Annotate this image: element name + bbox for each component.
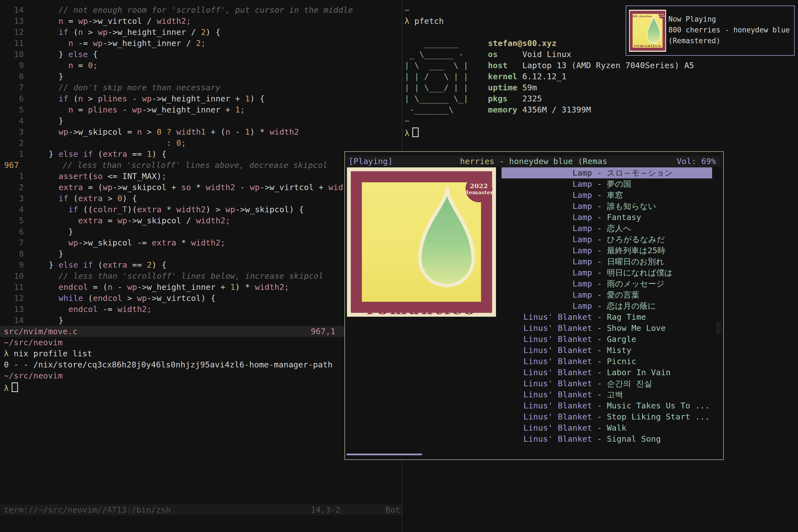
artist-title-separator: - [592,201,607,212]
line-number: 4 [0,115,24,126]
terminal-line: ~/src/neovim [4,370,333,381]
line-number: 8 [0,71,24,82]
artist-title-separator: - [592,323,607,334]
playlist-item[interactable]: Lamp - 誰も知らない [501,201,712,212]
artist-title-separator: - [592,422,607,433]
playlist-item[interactable]: Linus' Blanket - Gargle [501,334,712,345]
teardrop-icon [418,186,476,292]
song-title: 誰も知らない [607,201,656,212]
artist-title-separator: - [592,289,607,300]
line-number: 967 [0,159,28,171]
playlist-item[interactable]: Lamp - 車窓 [501,190,712,201]
playlist-item[interactable]: Linus' Blanket - Signal Song [501,433,712,444]
line-number: 1 [0,149,24,159]
playlist-item[interactable]: Lamp - 日曜日のお別れ [501,256,712,267]
playlist-scrollbar-thumb[interactable] [716,322,721,333]
terminal-line: λ [4,381,333,392]
desktop: 14 // not enough room for 'scrolloff', p… [0,0,798,532]
vim-pane[interactable]: 14 // not enough room for 'scrolloff', p… [0,0,402,532]
playlist-item[interactable]: Linus' Blanket - Stop Liking Start ... [501,411,712,422]
now-playing-notification[interactable]: 800 cherries 2022 Remaster r [626,5,795,56]
song-title: 最終列車は25時 [607,245,666,256]
code-line: 5 n = plines - wp->w_height_inner + 1; [0,104,432,115]
line-number: 11 [0,38,24,49]
song-title: Show Me Love [607,323,666,334]
album-cover: 800 cherries 2022 Remaster r [347,167,496,317]
statusline-term-title: term://~/src/neovim//4713:/bin/zsh [0,505,171,515]
playlist-item[interactable]: Lamp - 夢の国 [501,178,712,190]
line-number: 1 [0,171,24,182]
artist-name: Lamp [501,201,592,212]
song-title: 愛の言葉 [607,289,640,300]
playlist-item[interactable]: Linus' Blanket - 고백 [501,389,712,400]
song-title: Labor In Vain [607,367,670,378]
playlist-item[interactable]: Lamp - 最終列車は25時 [501,245,712,256]
album-artist-text: 800 cherries [358,171,438,182]
line-number: 10 [0,270,24,282]
vim-statusline-active: src/nvim/move.c 967,1 [0,326,402,337]
playlist-item[interactable]: Linus' Blanket - Misty [501,345,712,356]
playlist-item[interactable]: Linus' Blanket - Music Takes Us To ... [501,400,712,411]
playlist-item[interactable]: Linus' Blanket - Walk [501,422,712,433]
playlist-item[interactable]: Lamp - ひろがるなみだ [501,234,712,245]
terminal-line: ~/src/neovim [4,337,333,348]
line-number: 14 [0,4,24,16]
line-number: 9 [0,60,24,71]
artist-title-separator: - [592,356,607,367]
playlist-item[interactable]: Lamp - 恋人へ [501,223,712,234]
statusline-ruler: 967,1 [311,326,336,337]
artist-title-separator: - [592,334,607,345]
artist-title-separator: - [592,167,607,178]
line-number: 10 [0,49,24,60]
playlist-item[interactable]: Lamp - Fantasy [501,212,712,223]
artist-name: Linus' Blanket [501,389,592,400]
playlist-item[interactable]: Linus' Blanket - Show Me Love [501,323,712,334]
playlist-item[interactable]: Linus' Blanket - Picnic [501,356,712,367]
code-line: 10 } else { [0,49,432,60]
playlist-item[interactable]: Lamp - 恋は月の蔭に [501,300,712,311]
statusline-term-ruler: 14,3-2 [311,504,340,515]
terminal-cursor [412,128,419,137]
code-line: 7 // don't skip more than necessary [0,82,432,93]
line-number: 8 [0,248,24,259]
playlist-item[interactable]: Linus' Blanket - 순간의 진실 [501,378,712,389]
artist-name: Lamp [501,300,592,311]
line-number: 3 [0,193,24,204]
artist-name: Lamp [501,234,592,245]
code-line: 9 n = 0; [0,60,432,71]
playlist-item[interactable]: Lamp - 雨のメッセージ [501,278,712,289]
artist-title-separator: - [592,400,607,411]
artist-name: Linus' Blanket [501,311,592,323]
playlist-item[interactable]: Linus' Blanket - Rag Time [501,311,712,323]
playlist-item[interactable]: Lamp - 明日になれば僕は [501,267,712,278]
code-line: 13 n = wp->w_virtcol / width2; [0,16,432,26]
notification-text: Now Playing 800 cherries - honeydew blue… [668,14,790,46]
statusline-filename: src/nvim/move.c [0,327,78,336]
artist-name: Lamp [501,267,592,278]
line-number: 13 [0,16,24,26]
notification-subtitle: (Remastered) [668,36,790,46]
artist-name: Linus' Blanket [501,378,592,389]
song-title: 明日になれば僕は [607,267,672,278]
playlist-item[interactable]: Lamp - 愛の言葉 [501,289,712,300]
artist-name: Linus' Blanket [501,400,592,411]
song-title: 日曜日のお別れ [607,256,664,267]
artist-name: Lamp [501,245,592,256]
song-title: Walk [607,422,626,433]
artist-name: Linus' Blanket [501,356,592,367]
song-progress-bar[interactable] [347,454,422,455]
artist-title-separator: - [592,278,607,289]
artist-title-separator: - [592,223,607,234]
song-title: Signal Song [607,433,661,444]
line-number: 5 [0,215,24,226]
code-line: 14 // not enough room for 'scrolloff', p… [0,4,432,16]
artist-name: Lamp [501,256,592,267]
line-number: 3 [0,126,24,137]
artist-title-separator: - [592,345,607,356]
playlist-item[interactable]: Lamp - スロ～モ～ション [501,167,712,178]
artist-title-separator: - [592,256,607,267]
playlist-item[interactable]: Linus' Blanket - Labor In Vain [501,367,712,378]
song-title: 夢の国 [607,178,631,190]
notification-heading: Now Playing [668,14,790,25]
terminal-cursor [12,382,18,392]
